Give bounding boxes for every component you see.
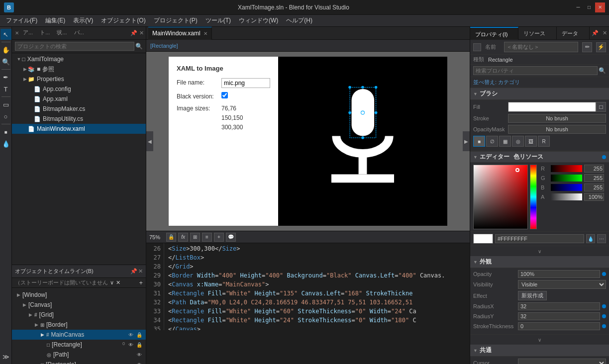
menu-file[interactable]: ファイル(F)	[2, 15, 41, 26]
tl-eye-icon[interactable]: 👁	[136, 351, 143, 358]
left-tab-1[interactable]: ト...	[37, 28, 53, 38]
appearance-section-header[interactable]: ▼ 外観	[470, 256, 609, 268]
tree-item-bitmapmaker[interactable]: 📄 BitmapMaker.cs	[12, 104, 146, 114]
canvas-right-arrow[interactable]: ▶	[463, 131, 470, 151]
common-section-header[interactable]: ▼ 共通	[470, 345, 609, 357]
timeline-path[interactable]: ◎ [Path] 👁	[12, 350, 146, 360]
tl-eye-icon[interactable]: 👁	[136, 361, 143, 364]
color-spectrum-bar[interactable]	[530, 165, 537, 229]
color-b-input[interactable]	[584, 183, 604, 191]
timeline-grid[interactable]: ▶ # [Grid]	[12, 310, 146, 320]
color-g-input[interactable]	[584, 174, 604, 182]
stroke-thickness-input[interactable]	[518, 322, 600, 330]
tool-ellipse[interactable]: ○	[0, 111, 11, 122]
timeline-canvas[interactable]: ▶ [Canvas]	[12, 300, 146, 310]
color-r-bar[interactable]	[551, 165, 582, 172]
brush-section-header[interactable]: ▼ ブラシ	[470, 88, 609, 100]
sort-label[interactable]: 並べ替え: カテゴリ	[473, 79, 520, 85]
filename-input[interactable]	[221, 78, 270, 88]
brush-fill-color[interactable]	[508, 102, 596, 112]
object-rename-btn[interactable]: ✏	[582, 42, 592, 52]
object-lightning-btn[interactable]: ⚡	[596, 42, 606, 52]
menu-object[interactable]: オブジェクト(O)	[97, 15, 149, 26]
tree-item-refs[interactable]: ▶ 📚 ■ 参照	[12, 64, 146, 74]
brush-fill-expand[interactable]: □	[596, 102, 606, 112]
timeline-window[interactable]: ▶ [Window]	[12, 290, 146, 300]
toolbar-lock-btn[interactable]: 🔒	[166, 233, 176, 242]
tool-fill[interactable]: ■	[0, 126, 11, 137]
timeline-add[interactable]: +	[139, 279, 143, 286]
storyboard-close[interactable]: ✕	[116, 279, 120, 286]
menu-edit[interactable]: 編集(E)	[41, 15, 69, 26]
menu-view[interactable]: 表示(V)	[69, 15, 97, 26]
menu-tools[interactable]: ツール(T)	[202, 15, 235, 26]
brush-image-btn[interactable]: 🖼	[525, 136, 537, 147]
timeline-rect2[interactable]: □ [Rectangle] 👁	[12, 360, 146, 364]
color-eyedropper-btn[interactable]: 💧	[586, 234, 595, 243]
search-props-input[interactable]	[473, 66, 598, 75]
search-props-icon[interactable]: 🔍	[599, 67, 606, 74]
right-tab-resources[interactable]: リソース(O)	[518, 27, 557, 40]
timeline-pin[interactable]: 📌	[130, 268, 137, 274]
opacity-input[interactable]	[518, 270, 600, 278]
tool-rect[interactable]: ▭	[0, 99, 11, 110]
canvas-area[interactable]: ◀ ▶ XAML to Image File name:	[146, 52, 470, 231]
left-panel-close[interactable]: ✕	[139, 30, 144, 36]
right-panel-close[interactable]: ✕	[601, 30, 609, 36]
toolbar-comment-btn[interactable]: 💬	[226, 233, 236, 242]
name-input[interactable]: ＜名前なし＞	[504, 42, 578, 52]
storyboard-arrow[interactable]: ∨	[110, 279, 114, 286]
color-menu-btn[interactable]: ⋯	[597, 234, 606, 243]
left-tab-0[interactable]: ア...	[20, 28, 36, 38]
menu-window[interactable]: ウィンドウ(W)	[235, 15, 282, 26]
effect-new-btn[interactable]: 新規作成	[518, 291, 547, 300]
color-r-input[interactable]	[584, 165, 604, 173]
brush-solid-btn[interactable]: ■	[473, 136, 485, 147]
timeline-close[interactable]: ✕	[138, 268, 143, 274]
timeline-rect1[interactable]: □ [Rectangle] 0 👁 🔒	[12, 340, 146, 350]
tree-item-properties[interactable]: ▶ 📁 Properties	[12, 74, 146, 84]
canvas-left-arrow[interactable]: ◀	[146, 131, 153, 151]
right-tab-properties[interactable]: プロパティ(I) ✕	[470, 27, 518, 40]
toolbar-list-btn[interactable]: ≡	[202, 233, 212, 242]
tl-lock-icon[interactable]: 🔒	[136, 331, 143, 338]
color-g-bar[interactable]	[551, 175, 582, 182]
tool-text[interactable]: T	[0, 84, 11, 94]
tree-item-bitmaputil[interactable]: 📄 BitmapUtility.cs	[12, 114, 146, 124]
tool-more[interactable]: ≫	[0, 351, 11, 362]
color-b-bar[interactable]	[551, 184, 582, 191]
tree-item-appxaml[interactable]: 📄 App.xaml	[12, 94, 146, 104]
minimize-button[interactable]: ─	[573, 2, 583, 12]
tool-zoom[interactable]: 🔍	[0, 56, 11, 67]
tree-item-project[interactable]: ▼ □ XamlToImage	[12, 54, 146, 64]
tool-eyedropper[interactable]: 💧	[0, 138, 11, 149]
tool-select[interactable]: ↖	[0, 29, 11, 40]
brush-none-btn[interactable]: ∅	[486, 136, 498, 147]
color-a-bar[interactable]	[551, 193, 582, 200]
brush-resource-btn[interactable]: R	[538, 136, 550, 147]
project-search-input[interactable]	[15, 42, 134, 51]
maximize-button[interactable]: □	[584, 2, 594, 12]
tl-eye-icon[interactable]: 👁	[127, 331, 134, 338]
toolbar-fx-btn[interactable]: fx	[178, 233, 188, 242]
project-search-icon[interactable]: 🔍	[135, 43, 143, 50]
toolbar-grid-btn[interactable]: ⊞	[190, 233, 200, 242]
cursor-select[interactable]	[518, 359, 606, 364]
tl-eye-icon[interactable]: 👁	[127, 341, 134, 348]
blackversion-checkbox[interactable]	[221, 92, 228, 98]
appearance-collapse-btn[interactable]: ∨	[470, 335, 609, 345]
brush-radial-btn[interactable]: ◎	[512, 136, 524, 147]
left-tab-3[interactable]: パ...	[71, 28, 87, 38]
tool-hand[interactable]: ✋	[0, 44, 11, 55]
collapse-btn[interactable]: ∨	[470, 246, 609, 256]
left-tab-2[interactable]: 状...	[54, 28, 70, 38]
visibility-select[interactable]: Visible Collapsed Hidden	[518, 280, 606, 289]
menu-project[interactable]: プロジェクト(P)	[150, 15, 202, 26]
doc-tab-mainwindow[interactable]: MainWindow.xaml ✕	[148, 27, 212, 40]
close-button[interactable]: ✕	[595, 2, 605, 12]
panel-tab-close[interactable]: ✕	[15, 30, 19, 36]
right-tab-data[interactable]: データ(D)	[557, 27, 590, 40]
code-content[interactable]: <Size>300,300</Size> </ListBox> </Grid> …	[164, 243, 470, 330]
radius-y-input[interactable]	[518, 312, 600, 320]
color-hex-input[interactable]	[495, 234, 584, 243]
